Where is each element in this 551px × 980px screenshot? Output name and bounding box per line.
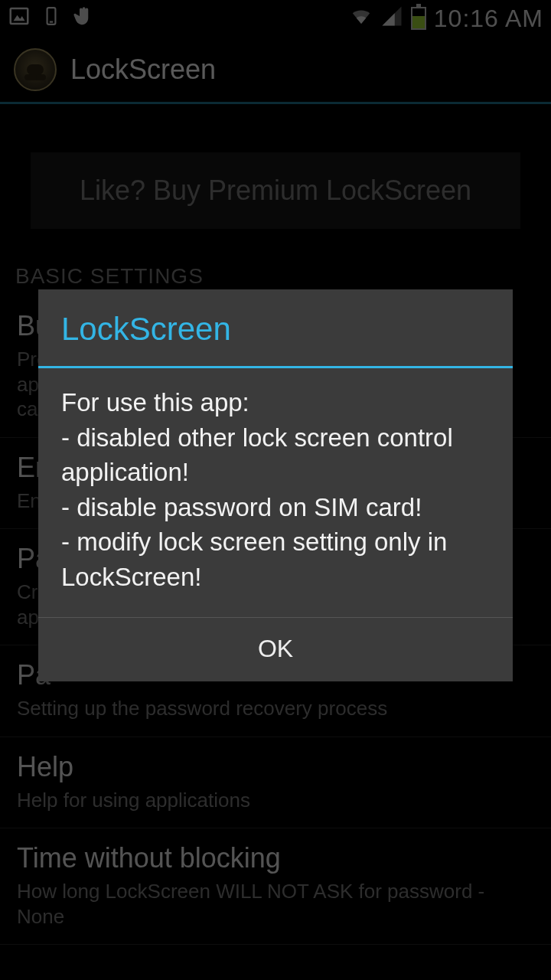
ok-button[interactable]: OK [38, 618, 513, 681]
dialog-body: For use this app:- disabled other lock s… [38, 368, 513, 618]
info-dialog: LockScreen For use this app:- disabled o… [38, 289, 513, 681]
dialog-button-row: OK [38, 618, 513, 681]
dialog-title: LockScreen [38, 289, 513, 368]
